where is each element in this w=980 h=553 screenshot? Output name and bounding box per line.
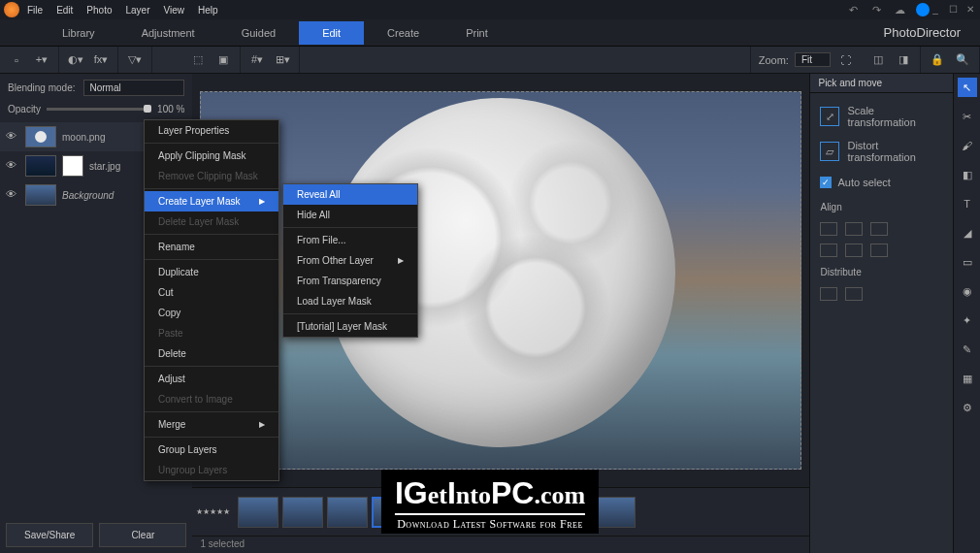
brand-label: PhotoDirector bbox=[884, 25, 961, 40]
close-icon[interactable]: ✕ bbox=[964, 4, 976, 16]
lock-icon[interactable]: 🔒 bbox=[929, 51, 946, 69]
watermark: IGetIntoPC.com Download Latest Software … bbox=[381, 470, 599, 534]
eye-icon[interactable]: 👁 bbox=[6, 130, 19, 144]
ctx-item[interactable]: Create Layer Mask▶ bbox=[145, 191, 278, 211]
new-layer-icon[interactable]: ▫ bbox=[8, 51, 25, 69]
tab-print[interactable]: Print bbox=[442, 21, 511, 45]
ctx-item[interactable]: From Other Layer▶ bbox=[283, 250, 417, 271]
blur-tool-icon[interactable]: ◉ bbox=[958, 281, 977, 301]
tab-library[interactable]: Library bbox=[39, 21, 118, 45]
ctx-item[interactable]: Load Layer Mask bbox=[283, 291, 417, 311]
blending-select[interactable]: Normal bbox=[83, 80, 185, 96]
gradient-tool-icon[interactable]: ▦ bbox=[958, 369, 977, 388]
add-icon[interactable]: +▾ bbox=[33, 51, 50, 69]
zoom-fit-icon[interactable]: ⛶ bbox=[836, 51, 854, 69]
menu-file[interactable]: File bbox=[27, 5, 43, 16]
align-top[interactable] bbox=[820, 244, 837, 257]
menu-layer[interactable]: Layer bbox=[126, 5, 150, 16]
align-right[interactable] bbox=[870, 222, 888, 236]
tab-edit[interactable]: Edit bbox=[299, 21, 364, 45]
save-button[interactable]: Save/Share bbox=[6, 523, 93, 547]
ctx-item[interactable]: [Tutorial] Layer Mask bbox=[283, 316, 417, 337]
distort-transform[interactable]: ▱ Distort transformation bbox=[818, 134, 945, 169]
move-tool-icon[interactable]: ↖ bbox=[958, 78, 977, 97]
ctx-item[interactable]: Hide All bbox=[283, 205, 417, 225]
ctx-item[interactable]: Apply Clipping Mask bbox=[145, 146, 278, 166]
menu-photo[interactable]: Photo bbox=[86, 5, 112, 16]
tab-adjustment[interactable]: Adjustment bbox=[118, 21, 218, 45]
layer-mask-submenu: Reveal AllHide AllFrom File...From Other… bbox=[282, 183, 418, 338]
ctx-item[interactable]: Layer Properties bbox=[145, 120, 278, 141]
tab-create[interactable]: Create bbox=[364, 21, 442, 45]
zoom-select[interactable]: Fit bbox=[795, 52, 831, 67]
select-all-icon[interactable]: ⬚ bbox=[189, 51, 207, 69]
sync-icon[interactable] bbox=[916, 3, 930, 16]
grid-icon[interactable]: #▾ bbox=[248, 51, 266, 69]
ctx-item[interactable]: Delete bbox=[145, 343, 278, 364]
ctx-item[interactable]: Reveal All bbox=[283, 184, 417, 205]
crop-tool-icon[interactable]: ✂ bbox=[958, 107, 977, 126]
align-bottom[interactable] bbox=[870, 244, 888, 257]
eye-icon[interactable]: 👁 bbox=[6, 188, 19, 202]
text-tool-icon[interactable]: T bbox=[958, 194, 977, 213]
settings-tool-icon[interactable]: ⚙ bbox=[958, 398, 977, 417]
redo-icon[interactable]: ↷ bbox=[869, 3, 883, 16]
eraser-tool-icon[interactable]: ◧ bbox=[958, 165, 977, 184]
distribute-h[interactable] bbox=[820, 287, 837, 301]
align-center-v[interactable] bbox=[845, 244, 863, 257]
clear-button[interactable]: Clear bbox=[99, 523, 186, 547]
rating-stars[interactable]: ★★★★★ bbox=[196, 507, 230, 516]
opacity-slider[interactable] bbox=[47, 108, 151, 111]
distort-icon: ▱ bbox=[820, 142, 839, 161]
autoselect-row[interactable]: ✓ Auto select bbox=[818, 169, 945, 196]
tab-guided[interactable]: Guided bbox=[218, 21, 299, 45]
brush-tool-icon[interactable]: 🖌 bbox=[958, 136, 977, 155]
shape-tool-icon[interactable]: ▭ bbox=[958, 252, 977, 272]
cloud-icon[interactable]: ☁ bbox=[893, 3, 906, 16]
fill-tool-icon[interactable]: ◢ bbox=[958, 223, 977, 243]
maximize-icon[interactable]: ☐ bbox=[947, 4, 959, 16]
layer-thumbnail bbox=[25, 184, 56, 206]
ctx-item[interactable]: Rename bbox=[145, 237, 278, 257]
artboard-icon[interactable]: ▣ bbox=[214, 51, 232, 69]
scale-icon: ⤢ bbox=[820, 107, 839, 126]
search-icon[interactable]: 🔍 bbox=[954, 51, 971, 69]
distribute-label: Distribute bbox=[818, 261, 945, 283]
thumb[interactable] bbox=[327, 497, 368, 528]
checkbox-icon[interactable]: ✓ bbox=[820, 177, 832, 188]
ctx-item[interactable]: Copy bbox=[145, 303, 278, 323]
layer-thumbnail bbox=[25, 126, 56, 147]
filter-icon[interactable]: ▽▾ bbox=[126, 51, 144, 69]
pen-tool-icon[interactable]: ✎ bbox=[958, 340, 977, 359]
ctx-item[interactable]: From File... bbox=[283, 230, 417, 250]
ctx-item[interactable]: Group Layers bbox=[145, 439, 278, 460]
compare-icon[interactable]: ◫ bbox=[869, 51, 887, 69]
menu-help[interactable]: Help bbox=[198, 5, 218, 16]
menu-view[interactable]: View bbox=[164, 5, 185, 16]
ctx-item[interactable]: Merge▶ bbox=[145, 414, 278, 435]
snap-icon[interactable]: ⊞▾ bbox=[274, 51, 291, 69]
ctx-item[interactable]: Cut bbox=[145, 282, 278, 303]
ctx-item[interactable]: Duplicate bbox=[145, 262, 278, 282]
align-center-h[interactable] bbox=[845, 222, 863, 236]
minimize-icon[interactable]: _ bbox=[930, 4, 941, 16]
thumb[interactable] bbox=[282, 497, 323, 528]
watermark-text: IGetIntoPC.com bbox=[395, 475, 585, 511]
thumb[interactable] bbox=[238, 497, 278, 528]
magic-tool-icon[interactable]: ✦ bbox=[958, 310, 977, 330]
layer-mask-thumb bbox=[62, 155, 83, 177]
eye-icon[interactable]: 👁 bbox=[6, 159, 19, 173]
ctx-item[interactable]: Adjust bbox=[145, 369, 278, 389]
fx-icon[interactable]: fx▾ bbox=[92, 51, 110, 69]
distribute-v[interactable] bbox=[845, 287, 863, 301]
align-left[interactable] bbox=[820, 222, 837, 236]
undo-icon[interactable]: ↶ bbox=[846, 3, 860, 16]
tool-sidebar: ↖ ✂ 🖌 ◧ T ◢ ▭ ◉ ✦ ✎ ▦ ⚙ bbox=[953, 74, 980, 553]
thumb[interactable] bbox=[595, 497, 636, 528]
scale-transform[interactable]: ⤢ Scale transformation bbox=[818, 99, 945, 134]
ctx-item[interactable]: From Transparency bbox=[283, 271, 417, 291]
brush-icon[interactable]: ◐▾ bbox=[67, 51, 84, 69]
menu-edit[interactable]: Edit bbox=[56, 5, 73, 16]
before-after-icon[interactable]: ◨ bbox=[895, 51, 912, 69]
distort-label: Distort bbox=[847, 140, 915, 151]
